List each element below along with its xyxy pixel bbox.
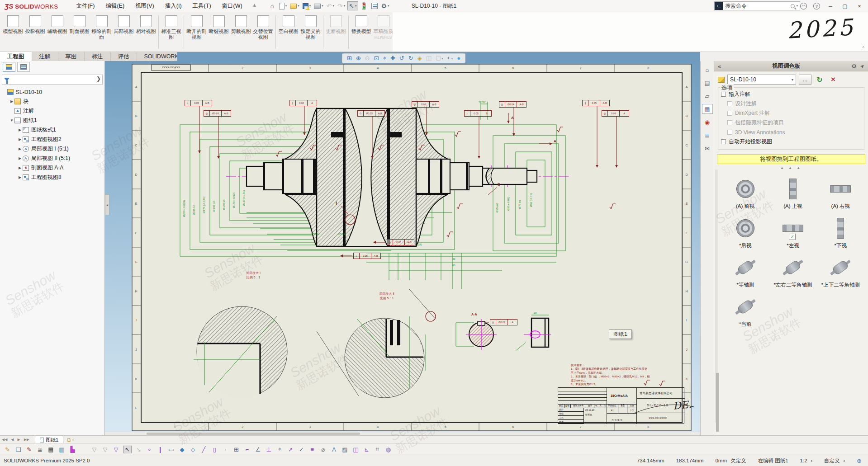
zoom-selection-icon[interactable]: ⊡ [374, 54, 379, 63]
view-thumbnail[interactable]: (A) 右视 [817, 176, 864, 209]
search-input[interactable]: 搜索命令 [723, 2, 791, 10]
lasso-icon[interactable]: ↘ [135, 446, 142, 453]
ribbon-button[interactable]: 更新视图 [325, 14, 347, 51]
view-thumbnail[interactable]: *左视 [769, 216, 816, 249]
option-checkbox[interactable]: 设计注解 [721, 99, 861, 108]
view-thumbnail[interactable]: *等轴测 [721, 255, 769, 288]
tree-filter-box[interactable] [2, 75, 103, 85]
cube-icon[interactable]: ◇ [189, 446, 197, 453]
status-scale[interactable]: 1:2 [800, 458, 807, 463]
ribbon-button[interactable] [184, 15, 184, 49]
select-icon[interactable]: ↖ [123, 446, 132, 453]
home-icon[interactable]: ⌂ [268, 1, 277, 10]
open-file-icon[interactable] [289, 1, 300, 10]
units-caret-icon[interactable]: ▴ [844, 459, 845, 462]
magnifier-icon[interactable]: ⌖ [383, 54, 386, 63]
ribbon-button[interactable]: 局部视图 [113, 14, 135, 51]
option-checkbox[interactable]: 包括隐藏特征的项目 [721, 118, 861, 127]
point-icon[interactable]: ∘ [146, 446, 153, 453]
line-style-icon[interactable]: ▥ [58, 446, 66, 453]
search-dropdown-icon[interactable]: ▾ [796, 4, 798, 8]
custom-properties-icon[interactable]: ≣ [702, 130, 713, 140]
ribbon-button[interactable] [323, 15, 323, 49]
scrollbar-thumb[interactable] [147, 433, 360, 435]
ribbon-button[interactable]: 剪裁视图 [230, 14, 252, 51]
new-file-icon[interactable] [278, 1, 288, 10]
tree-item[interactable]: ▶ A 局部视图 I (5:1) [0, 144, 104, 154]
menu-item[interactable]: 视图(V) [130, 0, 160, 12]
checkbox-icon[interactable] [727, 101, 732, 106]
line-icon[interactable]: ❙ [157, 446, 164, 453]
file-explorer-icon[interactable]: ▱ [702, 91, 713, 101]
redo-icon[interactable]: ↷ [337, 1, 346, 10]
first-sheet-icon[interactable]: ◀◀ [0, 438, 9, 442]
menu-item[interactable]: 编辑(E) [100, 0, 130, 12]
tree-item[interactable]: ▶ ↯ 剖面视图 A-A [0, 163, 104, 173]
ribbon-button[interactable]: 辅助视图 [46, 14, 68, 51]
collapse-panel-icon[interactable]: « [718, 63, 721, 70]
display-style-icon[interactable]: ▢ [436, 53, 443, 63]
add-sheet-icon[interactable]: 🗋+ [66, 437, 75, 442]
ribbon-button[interactable]: 空白视图 [277, 14, 299, 51]
stack-icon[interactable]: ≡ [308, 446, 316, 453]
panel-pin-icon[interactable]: ➤ [859, 62, 866, 70]
close-button[interactable]: × [855, 3, 863, 9]
tree-item[interactable]: SL-D10-10 [0, 87, 104, 97]
color-icon[interactable]: ▙ [69, 446, 76, 453]
zoom-fit-icon[interactable]: ⊞ [347, 54, 352, 63]
ribbon-button[interactable]: 相对视图 [135, 14, 157, 51]
option-checkbox[interactable]: 3D View Annotations [721, 127, 861, 137]
view-thumbnail[interactable]: *后视 [721, 216, 769, 249]
poly-icon[interactable]: ◆ [178, 446, 186, 453]
options-gear-icon[interactable]: ⚙ [380, 1, 390, 10]
restore-button[interactable]: ▢ [841, 3, 849, 9]
pin-menu-icon[interactable]: ➤ [251, 2, 258, 9]
search-commands-box[interactable]: ›_ 搜索命令 ▾ [714, 1, 800, 10]
note-icon[interactable]: ✎ [4, 446, 11, 453]
clear-icon[interactable]: × [828, 75, 839, 84]
menu-item[interactable]: 文件(F) [71, 0, 100, 12]
filter-all-icon[interactable]: ▽ [90, 446, 98, 453]
properties-icon[interactable] [370, 1, 379, 10]
command-tab[interactable]: 评估 [111, 52, 137, 61]
horizontal-scrollbar[interactable] [105, 432, 700, 435]
minimize-button[interactable]: ─ [826, 3, 835, 9]
view-thumbnail[interactable]: (A) 前视 [721, 176, 769, 209]
diameter-icon[interactable]: ⌀ [319, 446, 327, 453]
corner-icon[interactable]: ⌐ [243, 446, 251, 453]
ribbon-button[interactable]: 模型视图 [2, 14, 24, 51]
comments-icon[interactable]: ✉ [702, 143, 713, 153]
undo-icon[interactable]: ↶ [326, 1, 335, 10]
checkbox-icon[interactable] [727, 130, 732, 135]
resources-home-icon[interactable]: ⌂ [702, 65, 713, 75]
3d-drawing-view-icon[interactable]: ◈ [417, 54, 422, 63]
prev-sheet-icon[interactable]: ◀ [9, 438, 15, 442]
ribbon-button[interactable]: 断开的剖视图 [185, 14, 208, 51]
filter-active-icon[interactable]: ▽ [112, 446, 120, 453]
document-select[interactable]: SL-D10-10▾ [727, 75, 796, 85]
command-tab[interactable]: 草图 [58, 52, 85, 61]
pan-icon[interactable]: ✚ [390, 54, 395, 63]
tree-item[interactable]: ▼ 图纸1 [0, 116, 104, 125]
status-units[interactable]: 自定义 [824, 457, 840, 464]
option-checkbox[interactable]: DimXpert 注解 [721, 108, 861, 118]
ribbon-button[interactable]: 草稿品质 HLR/HLV [372, 14, 394, 51]
ribbon-button[interactable]: 替换模型 [350, 14, 372, 51]
tree-item[interactable]: A 注解 [0, 106, 104, 116]
appearance-icon[interactable]: ● [457, 54, 460, 63]
ribbon-button[interactable]: 移除的剖面 [90, 14, 113, 51]
grid-icon[interactable]: ⊞ [232, 446, 240, 453]
view-thumbnail[interactable]: *上下二等角轴测 [817, 255, 864, 288]
feature-tree-tab[interactable] [3, 62, 15, 72]
tree-item[interactable]: ▶ A 局部视图 II (5:1) [0, 154, 104, 163]
ribbon-button[interactable]: 标准三视图 [160, 14, 182, 51]
menu-item[interactable]: 插入(I) [160, 0, 187, 12]
hide-show-icon[interactable]: ◐ [447, 53, 453, 63]
next-sheet-icon[interactable]: ▶ [15, 438, 22, 442]
tree-item[interactable]: ▶ 图纸格式1 [0, 125, 104, 135]
ribbon-button[interactable]: 交替位置视图 [252, 14, 274, 51]
ribbon-button[interactable] [275, 15, 276, 49]
option-checkbox[interactable]: 自动开始投影视图 [721, 137, 861, 146]
line-format-icon[interactable]: ≣ [36, 446, 44, 453]
rebuild-traffic-icon[interactable] [360, 1, 369, 10]
